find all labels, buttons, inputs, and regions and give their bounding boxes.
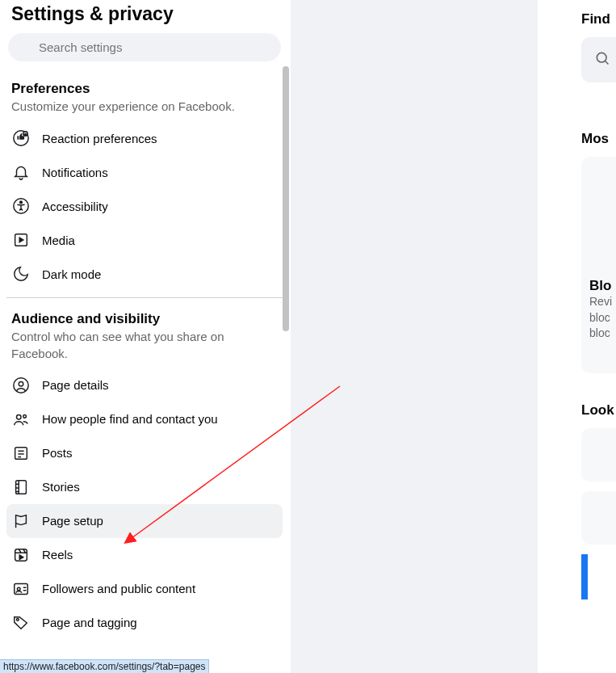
nav-reels[interactable]: Reels	[6, 538, 283, 572]
section-preferences: Preferences Customize your experience on…	[6, 74, 283, 291]
svg-point-10	[17, 414, 22, 419]
nav-label: Media	[42, 233, 75, 247]
card-sub-2: bloc	[589, 310, 612, 326]
look-heading: Look	[581, 373, 616, 428]
svg-point-9	[19, 381, 23, 386]
svg-point-20	[17, 618, 19, 620]
audience-title: Audience and visibility	[11, 311, 278, 327]
svg-text:+: +	[24, 132, 27, 137]
search-input[interactable]	[8, 33, 281, 61]
card-sub-3: bloc	[589, 326, 612, 342]
preferences-sub: Customize your experience on Facebook.	[11, 99, 278, 115]
content-area	[291, 0, 538, 673]
nav-followers[interactable]: Followers and public content	[6, 572, 283, 606]
svg-line-22	[606, 61, 609, 65]
nav-how-people-find[interactable]: How people find and contact you	[6, 402, 283, 436]
find-heading: Find	[581, 0, 616, 37]
card-sub-1: Revi	[589, 294, 612, 310]
nav-label: How people find and contact you	[42, 412, 218, 426]
right-column: Find Mos Blo Revi bloc bloc Look	[581, 0, 616, 673]
nav-label: Accessibility	[42, 200, 108, 213]
most-heading: Mos	[581, 107, 616, 157]
nav-dark-mode[interactable]: Dark mode	[6, 257, 283, 291]
card-title: Blo	[589, 278, 612, 294]
tag-icon	[11, 613, 31, 633]
nav-label: Dark mode	[42, 267, 101, 281]
svg-point-6	[20, 201, 23, 204]
nav-label: Stories	[42, 480, 80, 494]
right-search-box[interactable]	[581, 37, 616, 82]
nav-posts[interactable]: Posts	[6, 436, 283, 470]
nav-accessibility[interactable]: Accessibility	[6, 189, 283, 223]
nav-label: Page setup	[42, 514, 103, 528]
status-bar-url: https://www.facebook.com/settings/?tab=p…	[0, 659, 209, 673]
divider	[6, 297, 283, 298]
nav-reaction-preferences[interactable]: + Reaction preferences	[6, 121, 283, 155]
nav-label: Page and tagging	[42, 616, 137, 629]
user-icon	[11, 376, 31, 395]
nav-page-tagging[interactable]: Page and tagging	[6, 606, 283, 640]
nav-label: Reaction preferences	[42, 132, 157, 145]
reels-icon	[11, 545, 31, 565]
nav-page-setup[interactable]: Page setup	[6, 504, 283, 538]
card-option-3[interactable]	[581, 554, 616, 599]
search-icon	[594, 55, 610, 69]
nav-media[interactable]: Media	[6, 223, 283, 257]
svg-point-11	[23, 414, 27, 418]
followers-icon	[11, 579, 31, 599]
section-audience: Audience and visibility Control who can …	[6, 305, 283, 640]
blocking-card[interactable]: Blo Revi bloc bloc	[581, 157, 616, 373]
accessibility-icon	[11, 196, 31, 216]
nav-label: Posts	[42, 446, 73, 460]
svg-point-19	[17, 587, 20, 591]
page-title: Settings & privacy	[6, 0, 283, 33]
nav-stories[interactable]: Stories	[6, 470, 283, 504]
bell-icon	[11, 162, 31, 182]
media-icon	[11, 230, 31, 250]
svg-point-21	[597, 53, 606, 62]
moon-icon	[11, 264, 31, 284]
nav-page-details[interactable]: Page details	[6, 368, 283, 402]
posts-icon	[11, 444, 31, 463]
flag-icon	[11, 511, 31, 531]
audience-sub: Control who can see what you share on Fa…	[11, 329, 278, 362]
svg-point-8	[14, 378, 28, 393]
scrollbar-thumb[interactable]	[283, 66, 289, 331]
search-wrap	[6, 33, 283, 74]
thumb-icon: +	[11, 128, 31, 148]
stories-icon	[11, 477, 31, 497]
nav-label: Page details	[42, 378, 109, 392]
settings-sidebar: Settings & privacy Preferences Customize…	[0, 0, 289, 673]
card-option-1[interactable]	[581, 428, 616, 482]
preferences-title: Preferences	[11, 81, 278, 97]
nav-label: Followers and public content	[42, 582, 195, 595]
nav-label: Notifications	[42, 166, 108, 179]
card-option-2[interactable]	[581, 491, 616, 545]
nav-label: Reels	[42, 548, 73, 562]
nav-notifications[interactable]: Notifications	[6, 155, 283, 189]
people-icon	[11, 410, 31, 429]
